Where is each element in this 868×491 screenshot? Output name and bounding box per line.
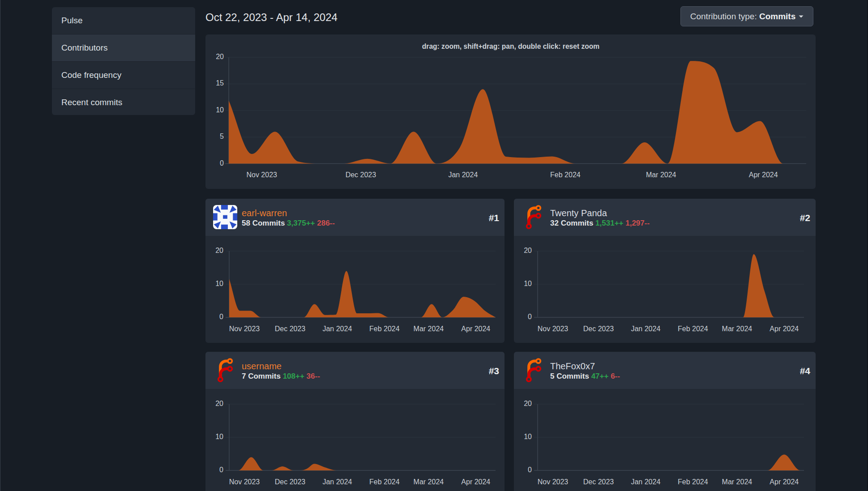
svg-text:drag: zoom, shift+drag: pan, d: drag: zoom, shift+drag: pan, double clic… bbox=[422, 43, 599, 50]
svg-text:10: 10 bbox=[216, 106, 224, 114]
svg-text:Mar 2024: Mar 2024 bbox=[646, 171, 676, 179]
svg-text:Apr 2024: Apr 2024 bbox=[749, 171, 778, 179]
svg-text:Jan 2024: Jan 2024 bbox=[448, 171, 478, 179]
svg-text:5: 5 bbox=[220, 132, 224, 140]
svg-text:0: 0 bbox=[220, 159, 224, 167]
svg-text:Nov 2023: Nov 2023 bbox=[246, 171, 277, 179]
svg-text:15: 15 bbox=[216, 79, 224, 87]
svg-text:20: 20 bbox=[216, 53, 224, 60]
svg-text:Dec 2023: Dec 2023 bbox=[346, 171, 376, 179]
svg-text:Feb 2024: Feb 2024 bbox=[550, 171, 581, 179]
